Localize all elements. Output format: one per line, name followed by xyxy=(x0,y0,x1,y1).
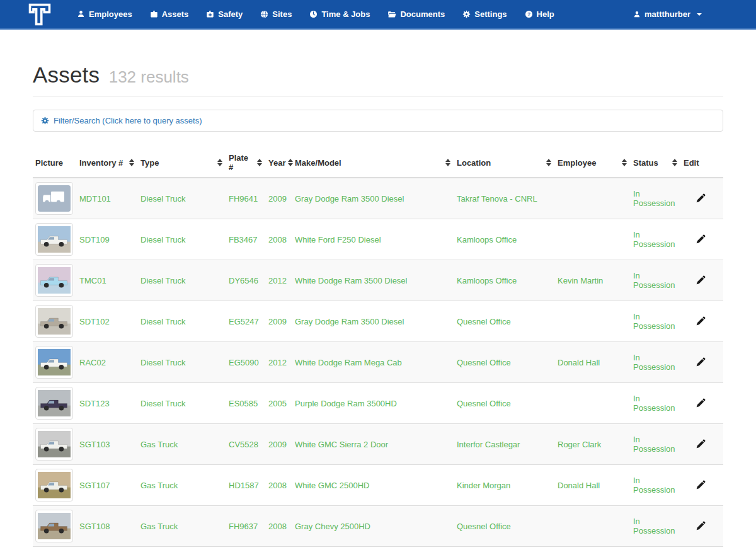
edit-button[interactable] xyxy=(695,479,707,491)
table-row: SGT103Gas TruckCV55282009White GMC Sierr… xyxy=(33,424,723,465)
cell-inventory: SDT109 xyxy=(77,219,138,260)
nav-label: Help xyxy=(537,9,554,19)
cell-inventory: SGT118 xyxy=(77,547,138,550)
cell-location: Kamloops Office xyxy=(454,260,555,301)
cell-inventory: SDT123 xyxy=(77,383,138,424)
asset-thumbnail[interactable] xyxy=(35,387,73,420)
nav-label: Documents xyxy=(400,9,445,19)
table-row: MDT101Diesel TruckFH96412009Gray Dodge R… xyxy=(33,178,723,219)
asset-thumbnail[interactable] xyxy=(35,469,73,501)
assets-table-body: MDT101Diesel TruckFH96412009Gray Dodge R… xyxy=(33,178,723,550)
cell-make_model: White Dodge Ram Mega Cab xyxy=(292,342,454,383)
edit-button[interactable] xyxy=(695,315,707,327)
cell-picture xyxy=(33,301,77,342)
asset-placeholder-truck-icon[interactable] xyxy=(35,182,73,215)
cell-plate: CV5528 xyxy=(226,424,266,465)
cell-year: 2009 xyxy=(266,424,292,465)
edit-button[interactable] xyxy=(695,356,707,368)
asset-thumbnail[interactable] xyxy=(35,428,73,461)
cell-picture xyxy=(33,424,77,465)
edit-button[interactable] xyxy=(695,274,707,286)
column-label: Picture xyxy=(35,158,63,168)
cell-plate: ES0585 xyxy=(226,383,266,424)
gear-icon xyxy=(41,117,49,125)
nav-item-time-jobs[interactable]: Time & Jobs xyxy=(301,0,379,28)
sort-icon[interactable] xyxy=(288,159,293,166)
cell-edit xyxy=(681,383,723,424)
nav-item-sites[interactable]: Sites xyxy=(251,0,301,28)
cell-location: Kamloops Office xyxy=(454,219,555,260)
asset-thumbnail[interactable] xyxy=(35,346,73,379)
sort-icon[interactable] xyxy=(622,159,627,166)
user-menu[interactable]: mattthurber xyxy=(633,9,702,19)
sort-icon[interactable] xyxy=(129,159,134,166)
cell-make_model: White Dodge Ram 3500 Diesel xyxy=(292,260,454,301)
cell-type: Diesel Truck xyxy=(138,301,226,342)
cell-status: In Possession xyxy=(631,506,681,547)
cell-employee xyxy=(555,219,631,260)
cell-location: Kinder Morgan xyxy=(454,465,555,506)
cell-picture xyxy=(33,383,77,424)
pencil-icon xyxy=(696,234,706,244)
nav-item-help[interactable]: ? Help xyxy=(516,0,563,28)
cell-inventory: RAC02 xyxy=(77,342,138,383)
edit-button[interactable] xyxy=(695,397,707,409)
cell-year: 2008 xyxy=(266,219,292,260)
sort-icon[interactable] xyxy=(217,159,222,166)
table-row: SGT107Gas TruckHD15872008White GMC 2500H… xyxy=(33,465,723,506)
column-header-make_model[interactable]: Make/Model xyxy=(292,148,454,178)
cell-status: In Possession xyxy=(631,342,681,383)
nav-item-assets[interactable]: Assets xyxy=(141,0,198,28)
nav-item-documents[interactable]: Documents xyxy=(379,0,454,28)
cell-location: Interfor Castlegar xyxy=(454,424,555,465)
cell-year: 2012 xyxy=(266,260,292,301)
cell-type: Diesel Truck xyxy=(138,260,226,301)
cell-plate: EG5090 xyxy=(226,342,266,383)
cell-type: Gas Truck xyxy=(138,506,226,547)
pencil-icon xyxy=(696,275,706,285)
column-header-plate[interactable]: Plate # xyxy=(226,148,266,178)
sort-icon[interactable] xyxy=(546,159,551,166)
edit-button[interactable] xyxy=(695,192,707,204)
cell-status: In Possession xyxy=(631,383,681,424)
column-header-year[interactable]: Year xyxy=(266,148,292,178)
column-header-employee[interactable]: Employee xyxy=(555,148,631,178)
sort-icon[interactable] xyxy=(672,159,677,166)
sort-icon[interactable] xyxy=(445,159,450,166)
brand-logo-icon[interactable] xyxy=(25,2,54,27)
asset-thumbnail[interactable] xyxy=(35,510,73,542)
first-aid-icon xyxy=(206,10,214,18)
nav-item-employees[interactable]: Employees xyxy=(68,0,141,28)
edit-button[interactable] xyxy=(695,438,707,450)
cell-status: In Possession xyxy=(631,178,681,219)
filter-search-panel[interactable]: Filter/Search (Click here to query asset… xyxy=(33,110,723,132)
asset-thumbnail[interactable] xyxy=(35,223,73,256)
nav-item-settings[interactable]: Settings xyxy=(454,0,515,28)
cell-location: Takraf Tenova - CNRL xyxy=(454,178,555,219)
nav-label: Assets xyxy=(162,9,189,19)
pencil-icon xyxy=(696,316,706,326)
help-icon: ? xyxy=(525,10,533,18)
column-header-status[interactable]: Status xyxy=(631,148,681,178)
page-container: Assets 132 results Filter/Search (Click … xyxy=(33,62,723,550)
cell-make_model: Gray Dodge Ram 3500 Diesel xyxy=(292,301,454,342)
clock-icon xyxy=(309,10,318,18)
asset-thumbnail[interactable] xyxy=(35,264,73,297)
nav-label: Time & Jobs xyxy=(321,9,370,19)
column-header-type[interactable]: Type xyxy=(138,148,226,178)
sort-icon[interactable] xyxy=(257,159,262,166)
asset-thumbnail[interactable] xyxy=(35,305,73,338)
cell-location: Quesnel Office xyxy=(454,506,555,547)
pencil-icon xyxy=(696,439,706,449)
edit-button[interactable] xyxy=(695,233,707,245)
column-header-inventory[interactable]: Inventory # xyxy=(77,148,138,178)
column-header-location[interactable]: Location xyxy=(454,148,555,178)
cell-edit xyxy=(681,547,723,550)
column-label: Location xyxy=(457,158,491,168)
nav-item-safety[interactable]: Safety xyxy=(197,0,251,28)
column-label: Inventory # xyxy=(79,158,123,168)
cell-type: Diesel Truck xyxy=(138,219,226,260)
cell-year: 2012 xyxy=(266,342,292,383)
cell-edit xyxy=(681,260,723,301)
edit-button[interactable] xyxy=(695,520,707,532)
